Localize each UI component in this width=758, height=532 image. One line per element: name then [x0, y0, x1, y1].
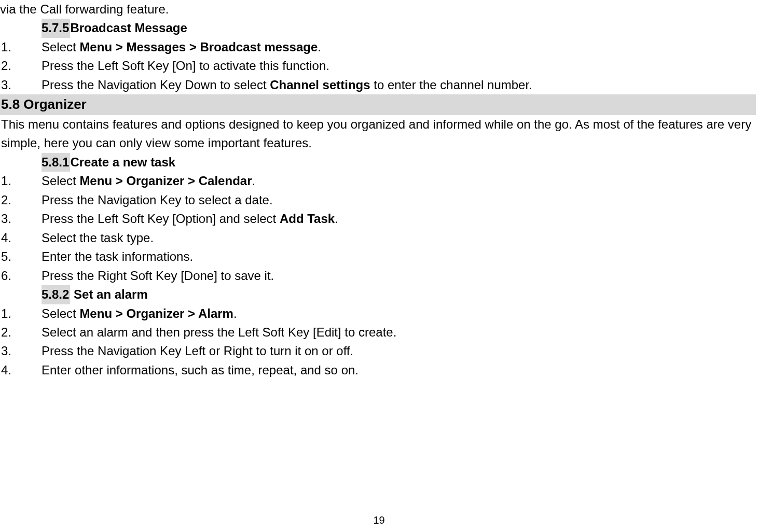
- list-item: 1.Select Menu > Organizer > Alarm.: [0, 304, 756, 323]
- list-item: 2.Press the Left Soft Key [On] to activa…: [0, 57, 756, 75]
- subsection-title: Create a new task: [70, 155, 175, 169]
- list-text: Press the Right Soft Key [Done] to save …: [42, 269, 274, 283]
- list-number: 1.: [0, 38, 42, 57]
- list-text: Press the Left Soft Key [Option] and sel…: [42, 212, 338, 226]
- subsection-number: 5.7.5: [42, 19, 70, 37]
- list-number: 1.: [0, 172, 42, 190]
- list-number: 6.: [0, 267, 42, 285]
- list-item: 1.Select Menu > Messages > Broadcast mes…: [0, 38, 756, 57]
- list-text: Press the Left Soft Key [On] to activate…: [42, 59, 329, 73]
- list-number: 3.: [0, 76, 42, 94]
- text-run: .: [252, 174, 255, 188]
- list-item: 6.Press the Right Soft Key [Done] to sav…: [0, 267, 756, 285]
- list-item: 3.Press the Left Soft Key [Option] and s…: [0, 209, 756, 228]
- list-text: Select Menu > Messages > Broadcast messa…: [42, 40, 321, 54]
- list-text: Press the Navigation Key Down to select …: [42, 78, 532, 92]
- list-item: 5.Enter the task informations.: [0, 247, 756, 266]
- paragraph-text: This menu contains features and options …: [0, 115, 756, 153]
- list-text: Select Menu > Organizer > Calendar.: [42, 174, 255, 188]
- menu-path: Menu > Organizer > Alarm: [79, 306, 233, 320]
- text-run: .: [335, 212, 338, 226]
- subsection-number: 5.8.2: [42, 285, 70, 304]
- list-item: 2.Select an alarm and then press the Lef…: [0, 323, 756, 342]
- text-run: Select: [42, 306, 79, 320]
- page-number: 19: [0, 512, 758, 528]
- emphasis-text: Channel settings: [270, 78, 370, 92]
- list-number: 2.: [0, 191, 42, 209]
- subsection-582-heading: 5.8.2 Set an alarm: [0, 285, 756, 304]
- list-text: Select Menu > Organizer > Alarm.: [42, 306, 237, 320]
- list-item: 3.Press the Navigation Key Down to selec…: [0, 76, 756, 94]
- list-text: Enter other informations, such as time, …: [42, 363, 359, 377]
- text-run: Select: [42, 40, 79, 54]
- list-text: Enter the task informations.: [42, 249, 193, 263]
- text-run: Press the Left Soft Key [Option] and sel…: [42, 212, 280, 226]
- paragraph-text: via the Call forwarding feature.: [0, 0, 756, 19]
- list-text: Select the task type.: [42, 231, 154, 245]
- subsection-575-heading: 5.7.5 Broadcast Message: [0, 19, 756, 37]
- list-number: 3.: [0, 342, 42, 360]
- list-number: 4.: [0, 361, 42, 380]
- section-58-heading: 5.8 Organizer: [0, 94, 756, 115]
- list-text: Press the Navigation Key to select a dat…: [42, 193, 273, 207]
- document-page: via the Call forwarding feature. 5.7.5 B…: [0, 0, 758, 532]
- emphasis-text: Add Task: [280, 212, 335, 226]
- list-text: Select an alarm and then press the Left …: [42, 325, 396, 339]
- text-run: .: [318, 40, 321, 54]
- text-run: .: [233, 306, 237, 320]
- list-number: 2.: [0, 323, 42, 342]
- subsection-title: Broadcast Message: [70, 21, 187, 35]
- list-number: 1.: [0, 304, 42, 323]
- list-number: 2.: [0, 57, 42, 75]
- subsection-title: Set an alarm: [70, 287, 147, 301]
- list-number: 4.: [0, 229, 42, 247]
- list-text: Press the Navigation Key Left or Right t…: [42, 344, 353, 358]
- list-item: 2.Press the Navigation Key to select a d…: [0, 191, 756, 209]
- subsection-number: 5.8.1: [42, 153, 70, 172]
- text-run: Select: [42, 174, 79, 188]
- subsection-581-heading: 5.8.1 Create a new task: [0, 153, 756, 172]
- menu-path: Menu > Messages > Broadcast message: [79, 40, 318, 54]
- text-run: Press the Navigation Key Down to select: [42, 78, 270, 92]
- list-item: 3.Press the Navigation Key Left or Right…: [0, 342, 756, 360]
- list-item: 4.Select the task type.: [0, 229, 756, 247]
- list-item: 1.Select Menu > Organizer > Calendar.: [0, 172, 756, 190]
- menu-path: Menu > Organizer > Calendar: [79, 174, 252, 188]
- list-number: 5.: [0, 247, 42, 266]
- text-run: to enter the channel number.: [370, 78, 532, 92]
- list-item: 4.Enter other informations, such as time…: [0, 361, 756, 380]
- list-number: 3.: [0, 209, 42, 228]
